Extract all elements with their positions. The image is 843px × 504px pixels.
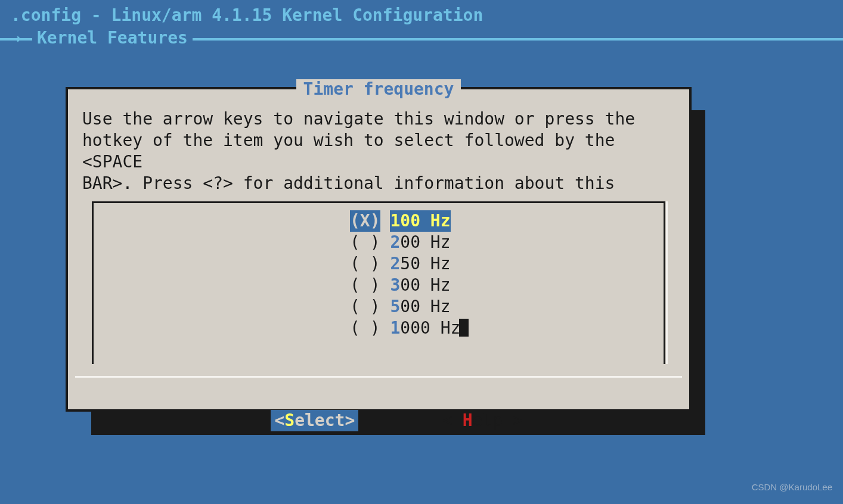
listbox-highlight-edge [666,201,668,364]
option-hotkey: 2 [390,232,400,252]
option-hotkey: 1 [390,318,400,338]
button-row-separator [75,376,682,378]
option-label: 200 Hz [390,232,450,253]
option-300-Hz[interactable]: ( ) 300 Hz [94,275,664,296]
radio-mark: ( ) [350,253,380,275]
radio-mark: ( ) [350,275,380,296]
option-label: 250 Hz [390,253,450,275]
button-gap [358,410,439,430]
radio-mark: ( ) [350,296,380,318]
option-label: 500 Hz [390,296,450,318]
dialog-title: Timer frequency [68,79,689,100]
dialog-instructions: Use the arrow keys to navigate this wind… [68,89,689,198]
timer-frequency-dialog: Timer frequency Use the arrow keys to na… [66,87,692,412]
arrow-icon: → [11,27,21,49]
radio-mark: (X) [350,210,380,232]
radio-mark: ( ) [350,318,380,339]
option-label: 1000 Hz [390,318,460,339]
option-label: 300 Hz [390,275,450,296]
option-hotkey: 5 [390,297,400,316]
option-200-Hz[interactable]: ( ) 200 Hz [94,232,664,253]
radio-mark: ( ) [350,232,380,253]
option-hotkey: 1 [390,211,400,231]
option-1000-Hz[interactable]: ( ) 1000 Hz [94,318,664,339]
config-title: .config - Linux/arm 4.1.15 Kernel Config… [0,0,843,26]
option-100-Hz[interactable]: (X) 100 Hz [94,210,664,232]
help-button[interactable]: < Help > [439,410,526,431]
option-500-Hz[interactable]: ( ) 500 Hz [94,296,664,318]
option-250-Hz[interactable]: ( ) 250 Hz [94,253,664,275]
breadcrumb-label: Kernel Features [32,27,193,49]
option-hotkey: 2 [390,254,400,273]
breadcrumb: → Kernel Features [0,27,843,49]
dialog-buttons: <Select> < Help > [68,388,689,453]
text-cursor-icon [459,319,469,337]
option-list[interactable]: (X) 100 Hz( ) 200 Hz( ) 250 Hz( ) 300 Hz… [92,201,665,364]
option-label: 100 Hz [390,210,450,232]
option-hotkey: 3 [390,275,400,295]
watermark: CSDN @KarudoLee [752,477,832,498]
select-button[interactable]: <Select> [271,410,358,431]
